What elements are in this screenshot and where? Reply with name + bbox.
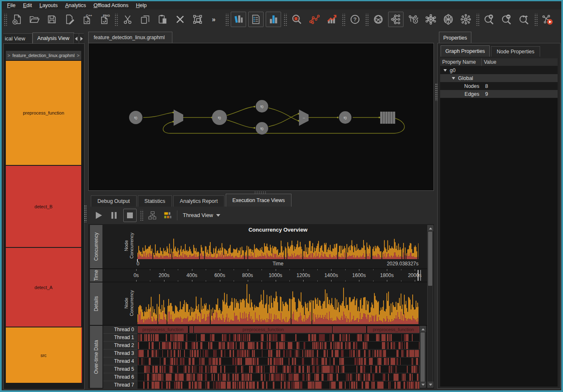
toolbar-grip[interactable]	[476, 13, 479, 26]
thread-row-timeline[interactable]	[138, 381, 419, 389]
layout-spread-button[interactable]	[458, 12, 473, 27]
task-block[interactable]	[189, 326, 193, 333]
toolbar-grip[interactable]	[225, 13, 229, 26]
bottom-tab-execution-trace-views[interactable]: Execution Trace Views	[226, 194, 291, 207]
treemap-node-detect_B[interactable]: detect_B	[6, 166, 81, 247]
menu-analytics[interactable]: Analytics	[62, 2, 90, 9]
graph-node-function-1[interactable]: f()	[212, 110, 227, 125]
property-row-g0[interactable]: g0	[440, 66, 558, 74]
pause-button[interactable]	[108, 209, 120, 222]
delete-button[interactable]	[172, 12, 188, 27]
export-png-button[interactable]: PNG	[97, 12, 112, 27]
view-mode-dropdown[interactable]: Thread View	[183, 212, 220, 218]
layout-hierarchy-button[interactable]	[388, 12, 404, 27]
paste-button[interactable]	[155, 12, 170, 27]
graph-node-join-1[interactable]	[174, 110, 183, 126]
graph-node-queue[interactable]	[380, 112, 395, 124]
toolbar-grip[interactable]	[283, 13, 287, 26]
trace-scrollbar-thumb[interactable]	[428, 232, 432, 286]
chart-histogram-button[interactable]	[231, 12, 246, 27]
task-block[interactable]: preprocess_function	[367, 326, 419, 333]
threads-scroll-up-button[interactable]	[420, 326, 426, 332]
bottom-tab-analytics-report[interactable]: Analytics Report	[173, 195, 224, 207]
tab-graph-document[interactable]: feature_detection_linux.graphml	[88, 32, 172, 43]
bottom-tab-debug-output[interactable]: Debug Output	[91, 195, 137, 207]
trace-scrollbar[interactable]	[427, 225, 433, 388]
task-block[interactable]: preprocess_function	[138, 326, 188, 333]
sidebar-tab-ical-view[interactable]: ical View	[3, 33, 32, 43]
time-axis[interactable]: 0s200s400s600s800s1000s1200s1400s1600s18…	[103, 269, 432, 282]
threads-scrollbar[interactable]	[420, 326, 426, 388]
task-view-button[interactable]	[146, 209, 159, 222]
concurrency-overview-chart[interactable]	[137, 234, 419, 259]
toolbar-grip[interactable]	[365, 13, 369, 26]
trace-scroll-up-button[interactable]	[428, 225, 433, 231]
graph-node-function-4[interactable]: f()	[339, 111, 351, 124]
tab-properties-panel[interactable]: Properties	[439, 32, 471, 43]
controls-grip[interactable]	[140, 210, 143, 221]
toolbar-grip[interactable]	[534, 13, 538, 26]
cut-button[interactable]	[120, 12, 135, 27]
threads-scrollbar-thumb[interactable]	[421, 332, 425, 382]
layout-sphere-button[interactable]	[371, 12, 386, 27]
trace-graph-button[interactable]	[306, 12, 322, 27]
help-button[interactable]: ?	[347, 12, 363, 27]
menu-offload-actions[interactable]: Offload Actions	[90, 2, 132, 9]
zoom-fit-button[interactable]	[516, 12, 532, 27]
graph-node-source[interactable]: f()	[129, 111, 142, 124]
sidebar-tabs-scroll-left-button[interactable]	[73, 33, 79, 43]
layout-mesh-button[interactable]	[423, 12, 438, 27]
play-button[interactable]	[92, 209, 105, 222]
menu-file[interactable]: File	[3, 2, 19, 9]
details-concurrency-chart[interactable]	[137, 284, 419, 324]
overflow-chevrons-button[interactable]: »	[207, 12, 223, 27]
copy-button[interactable]	[137, 12, 153, 27]
trace-scroll-down-button[interactable]	[428, 382, 433, 387]
graph-canvas[interactable]: f() f() f() f() -- f()	[88, 43, 434, 191]
zoom-in-button[interactable]	[481, 12, 497, 27]
run-graph-button[interactable]	[540, 12, 555, 27]
graph-node-function-3[interactable]: f()	[256, 122, 268, 135]
trend-chart-button[interactable]	[324, 12, 339, 27]
thread-row-timeline[interactable]	[138, 373, 419, 381]
toolbar-grip[interactable]	[341, 13, 345, 26]
thread-row-timeline[interactable]: preprocess_functionpreprocess_functionpr…	[138, 326, 419, 334]
treemap-node-sliver[interactable]	[81, 327, 82, 383]
graph-node-function-2[interactable]: f()	[256, 100, 268, 112]
task-block[interactable]	[333, 326, 366, 333]
layout-target-button[interactable]	[406, 12, 421, 27]
properties-tab-node-properties[interactable]: Node Properties	[491, 46, 540, 57]
group-colors-button[interactable]	[162, 209, 174, 222]
thread-row-timeline[interactable]	[138, 342, 419, 350]
treemap-node-preprocess_function[interactable]: preprocess_function	[6, 61, 81, 165]
property-row-nodes[interactable]: Nodes8	[440, 82, 558, 90]
expander-caret-icon[interactable]	[443, 69, 447, 72]
toolbar-grip[interactable]	[114, 13, 118, 26]
menu-help[interactable]: Help	[132, 2, 150, 9]
treemap-node-detect_A[interactable]: detect_A	[6, 248, 81, 327]
treemap-node-src[interactable]: src	[6, 327, 81, 383]
menu-edit[interactable]: Edit	[19, 2, 36, 9]
debug-bug-button[interactable]	[289, 12, 304, 27]
property-row-global[interactable]: Global	[440, 74, 558, 82]
thread-row-timeline[interactable]	[138, 350, 419, 357]
stop-button[interactable]	[123, 209, 137, 222]
layout-circular-button[interactable]	[441, 12, 456, 27]
analytics-report-button[interactable]	[248, 12, 264, 27]
properties-tab-graph-properties[interactable]: Graph Properties	[441, 45, 490, 57]
sidebar-tab-analysis-view[interactable]: Analysis View	[32, 32, 74, 43]
threads-scroll-down-button[interactable]	[420, 382, 426, 387]
select-group-button[interactable]	[190, 12, 205, 27]
right-splitter-handle[interactable]	[435, 83, 438, 101]
thread-row-timeline[interactable]	[138, 334, 419, 342]
menu-layouts[interactable]: Layouts	[36, 2, 62, 9]
save-graph-button[interactable]	[44, 12, 60, 27]
sidebar-tabs-scroll-right-button[interactable]	[79, 33, 84, 43]
bar-chart-button[interactable]	[266, 12, 281, 27]
property-row-edges[interactable]: Edges9	[440, 90, 558, 98]
thread-row-timeline[interactable]	[138, 357, 419, 365]
zoom-out-button[interactable]	[499, 12, 514, 27]
graph-node-join-2[interactable]: --	[299, 110, 309, 126]
new-graph-button[interactable]	[9, 12, 25, 27]
breadcrumb[interactable]: > feature_detection_linux.graphml >	[6, 51, 81, 60]
